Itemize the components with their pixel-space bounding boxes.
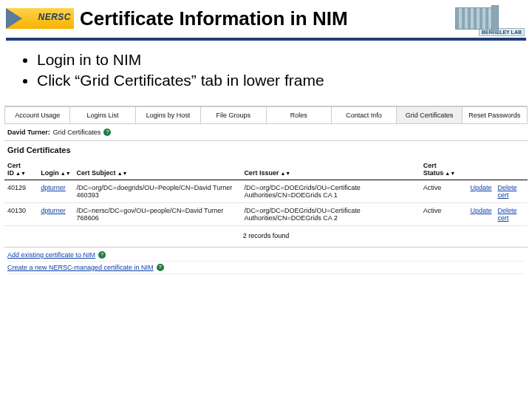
user-name: David Turner: bbox=[7, 129, 50, 136]
help-icon[interactable]: ? bbox=[157, 264, 164, 271]
tab-roles[interactable]: Roles bbox=[267, 106, 332, 124]
tab-reset-passwords[interactable]: Reset Passwords bbox=[463, 106, 528, 124]
col-cert-id[interactable]: Cert ID▲▼ bbox=[4, 159, 38, 180]
cell-issuer: /DC=org/DC=DOEGrids/OU=Certificate Autho… bbox=[241, 180, 420, 203]
subhead-label: Grid Certificates bbox=[53, 129, 101, 136]
tab-logins-by-host[interactable]: Logins by Host bbox=[136, 106, 201, 124]
col-update bbox=[467, 159, 494, 180]
sort-icon: ▲▼ bbox=[445, 171, 455, 176]
footer-links: Add existing certificate to NIM ? Create… bbox=[4, 247, 528, 276]
certificates-table: Cert ID▲▼ Login▲▼ Cert Subject▲▼ Cert Is… bbox=[4, 159, 528, 226]
col-cert-subject[interactable]: Cert Subject▲▼ bbox=[74, 159, 242, 180]
delete-link[interactable]: Delete cert bbox=[497, 207, 516, 222]
cell-status: Active bbox=[420, 203, 468, 226]
help-icon[interactable]: ? bbox=[103, 129, 111, 136]
col-delete bbox=[494, 159, 528, 180]
nersc-logo-text: NERSC bbox=[38, 12, 71, 22]
sort-icon: ▲▼ bbox=[280, 171, 290, 176]
bullet-item: Login in to NIM bbox=[37, 51, 505, 69]
title-underline bbox=[6, 38, 526, 41]
help-icon[interactable]: ? bbox=[98, 251, 106, 259]
tab-logins-list[interactable]: Logins List bbox=[70, 106, 135, 124]
tab-contact-info[interactable]: Contact Info bbox=[332, 106, 397, 124]
add-existing-cert-link[interactable]: Add existing certificate to NIM bbox=[7, 251, 95, 259]
login-link[interactable]: dpturner bbox=[41, 184, 66, 191]
sort-icon: ▲▼ bbox=[16, 171, 26, 176]
nersc-logo: NERSC bbox=[6, 8, 74, 29]
sort-icon: ▲▼ bbox=[61, 171, 71, 176]
page-title: Certificate Information in NIM bbox=[80, 7, 455, 30]
tab-bar: Account Usage Logins List Logins by Host… bbox=[4, 106, 528, 124]
cell-cert-id: 40129 bbox=[4, 180, 38, 203]
table-row: 40130 dpturner /DC=nersc/DC=gov/OU=peopl… bbox=[4, 203, 528, 226]
bullet-list: Login in to NIM Click “Grid Certificates… bbox=[0, 51, 532, 100]
col-cert-status[interactable]: Cert Status▲▼ bbox=[420, 159, 468, 180]
login-link[interactable]: dpturner bbox=[41, 207, 66, 214]
cell-subject: /DC=nersc/DC=gov/OU=people/CN=David Turn… bbox=[74, 203, 242, 226]
cell-subject: /DC=org/DC=doegrids/OU=People/CN=David T… bbox=[74, 180, 242, 203]
update-link[interactable]: Update bbox=[470, 184, 491, 191]
cell-cert-id: 40130 bbox=[4, 203, 38, 226]
tab-grid-certificates[interactable]: Grid Certificates bbox=[397, 106, 462, 124]
delete-link[interactable]: Delete cert bbox=[497, 184, 516, 199]
col-cert-issuer[interactable]: Cert Issuer▲▼ bbox=[241, 159, 420, 180]
records-found: 2 records found bbox=[4, 226, 528, 247]
col-login[interactable]: Login▲▼ bbox=[38, 159, 73, 180]
section-title: Grid Certificates bbox=[4, 141, 528, 159]
tab-file-groups[interactable]: File Groups bbox=[201, 106, 266, 124]
tab-account-usage[interactable]: Account Usage bbox=[4, 106, 70, 124]
user-subheading: David Turner: Grid Certificates ? bbox=[4, 124, 528, 141]
lab-building-icon bbox=[455, 7, 498, 30]
update-link[interactable]: Update bbox=[470, 207, 491, 214]
create-new-cert-link[interactable]: Create a new NERSC-managed certificate i… bbox=[7, 264, 154, 271]
table-row: 40129 dpturner /DC=org/DC=doegrids/OU=Pe… bbox=[4, 180, 528, 203]
nim-screenshot: Account Usage Logins List Logins by Host… bbox=[4, 106, 528, 276]
cell-issuer: /DC=org/DC=DOEGrids/OU=Certificate Autho… bbox=[241, 203, 420, 226]
sort-icon: ▲▼ bbox=[117, 171, 128, 176]
cell-status: Active bbox=[420, 180, 468, 203]
bullet-item: Click “Grid Certificates” tab in lower f… bbox=[37, 72, 505, 89]
